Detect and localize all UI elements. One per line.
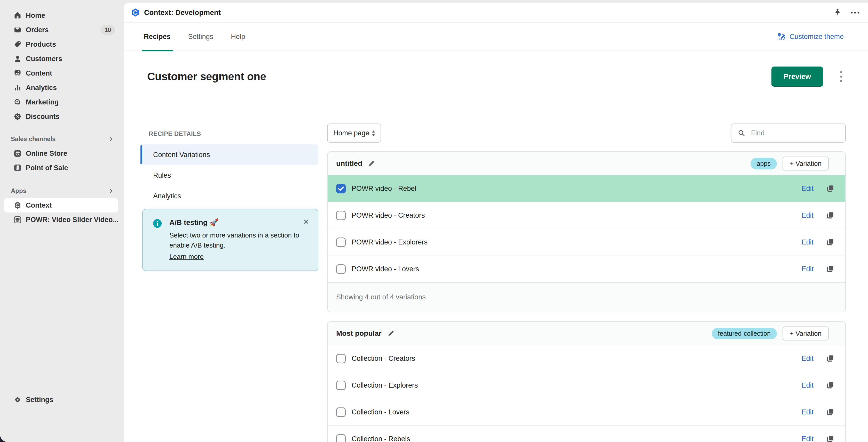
sidebar-item-label: Discounts <box>26 113 60 121</box>
learn-more-link[interactable]: Learn more <box>169 253 204 261</box>
tab-settings[interactable]: Settings <box>186 23 216 51</box>
chevron-right-icon <box>108 136 114 142</box>
sidebar-item-label: Settings <box>26 396 54 404</box>
kebab-menu-icon[interactable] <box>839 70 843 83</box>
variation-row[interactable]: Collection - Lovers Edit <box>328 399 845 426</box>
sidebar-item-discounts[interactable]: Discounts <box>0 109 124 124</box>
section-footer: Showing 4 out of 4 variations <box>328 283 845 312</box>
checkbox[interactable] <box>336 407 346 417</box>
page-select-value: Home page <box>333 129 369 137</box>
duplicate-icon[interactable] <box>826 211 835 220</box>
info-icon <box>152 218 163 229</box>
edit-link[interactable]: Edit <box>801 184 813 193</box>
checkbox[interactable] <box>336 354 346 363</box>
app-title: Context: Development <box>144 8 221 17</box>
edit-link[interactable]: Edit <box>801 408 813 416</box>
app-topbar: Context: Development <box>124 3 868 23</box>
sidebar-item-content[interactable]: Content <box>0 66 124 80</box>
admin-shell: Home Orders 10 Products Customers Conten… <box>0 0 868 442</box>
variation-row[interactable]: Collection - Explorers Edit <box>328 372 845 399</box>
sidebar-item-context-app[interactable]: Context <box>4 198 118 212</box>
edit-link[interactable]: Edit <box>801 265 813 273</box>
sidebar-item-orders[interactable]: Orders 10 <box>0 23 124 37</box>
more-actions-icon[interactable] <box>850 11 860 14</box>
customize-theme-link[interactable]: Customize theme <box>777 32 844 41</box>
checkbox[interactable] <box>336 264 346 274</box>
duplicate-icon[interactable] <box>826 407 835 417</box>
find-field <box>731 124 846 143</box>
edit-link[interactable]: Edit <box>801 238 813 246</box>
context-app-icon <box>13 201 22 209</box>
nav-item-analytics[interactable]: Analytics <box>142 186 318 206</box>
sales-channels-header[interactable]: Sales channels <box>0 132 124 146</box>
edit-link[interactable]: Edit <box>801 211 813 219</box>
section-tag-badge: featured-collection <box>712 328 777 339</box>
duplicate-icon[interactable] <box>826 381 835 390</box>
apps-header[interactable]: Apps <box>0 183 124 198</box>
discounts-icon <box>13 112 22 121</box>
sidebar-item-settings[interactable]: Settings <box>0 393 124 407</box>
page-select[interactable]: Home page <box>327 124 381 143</box>
edit-link[interactable]: Edit <box>801 354 813 363</box>
add-variation-button[interactable]: + Variation <box>782 157 829 170</box>
ab-testing-banner: A/B testing 🚀 Select two or more variati… <box>142 209 318 271</box>
section-title: untitled <box>336 159 362 168</box>
home-icon <box>13 11 22 20</box>
section-header: Most popular featured-collection + Varia… <box>328 322 845 345</box>
sidebar-item-customers[interactable]: Customers <box>0 52 124 66</box>
orders-count-badge: 10 <box>100 25 115 35</box>
checkbox-checked[interactable] <box>336 184 346 194</box>
duplicate-icon[interactable] <box>826 354 835 363</box>
variation-row[interactable]: POWR video - Lovers Edit <box>328 256 845 283</box>
find-input[interactable] <box>750 129 840 137</box>
add-variation-button[interactable]: + Variation <box>782 327 829 340</box>
sidebar-item-point-of-sale[interactable]: Point of Sale <box>0 161 124 175</box>
updown-arrows-icon <box>371 130 376 137</box>
variations-toolbar: Home page <box>327 124 846 143</box>
variation-row[interactable]: POWR video - Explorers Edit <box>328 229 845 256</box>
gear-icon <box>13 396 22 404</box>
tab-recipes[interactable]: Recipes <box>142 23 173 51</box>
sidebar-item-home[interactable]: Home <box>0 8 124 23</box>
products-icon <box>13 40 22 48</box>
variations-panel: Home page untitled apps + Variation <box>327 124 846 442</box>
preview-button[interactable]: Preview <box>771 67 823 87</box>
duplicate-icon[interactable] <box>826 264 835 274</box>
tab-help[interactable]: Help <box>229 23 247 51</box>
sidebar-item-label: Context <box>26 201 52 209</box>
sidebar-item-label: Content <box>26 69 52 77</box>
app-tabbar: Recipes Settings Help Customize theme <box>124 23 868 51</box>
variation-row[interactable]: Collection - Creators Edit <box>328 345 845 372</box>
point-of-sale-icon <box>13 164 22 172</box>
section-header: untitled apps + Variation <box>328 152 845 175</box>
edit-link[interactable]: Edit <box>801 435 813 442</box>
variation-row[interactable]: Collection - Rebels Edit <box>328 426 845 442</box>
app-frame: Context: Development Recipes Settings He… <box>124 3 868 442</box>
sidebar-item-powr-app[interactable]: POWR: Video Slider Video... <box>0 212 124 227</box>
checkbox[interactable] <box>336 381 346 390</box>
checkbox[interactable] <box>336 238 346 247</box>
edit-pencil-icon[interactable] <box>367 160 375 168</box>
duplicate-icon[interactable] <box>826 238 835 247</box>
duplicate-icon[interactable] <box>826 184 835 194</box>
pin-icon[interactable] <box>834 8 841 17</box>
sidebar-item-analytics[interactable]: Analytics <box>0 80 124 95</box>
variation-row[interactable]: POWR video - Creators Edit <box>328 202 845 229</box>
edit-link[interactable]: Edit <box>801 381 813 389</box>
page-title: Customer segment one <box>147 70 266 83</box>
sidebar-item-marketing[interactable]: Marketing <box>0 95 124 109</box>
banner-title: A/B testing 🚀 <box>169 218 310 227</box>
checkbox[interactable] <box>336 434 346 442</box>
variation-row[interactable]: POWR video - Rebel Edit <box>328 175 845 202</box>
checkbox[interactable] <box>336 211 346 220</box>
close-icon[interactable] <box>303 218 310 225</box>
nav-item-content-variations[interactable]: Content Variations <box>142 144 318 165</box>
duplicate-icon[interactable] <box>826 434 835 442</box>
sidebar-item-products[interactable]: Products <box>0 37 124 52</box>
nav-item-rules[interactable]: Rules <box>142 165 318 186</box>
section-title: Most popular <box>336 329 381 338</box>
sidebar-item-online-store[interactable]: Online Store <box>0 146 124 161</box>
edit-pencil-icon[interactable] <box>387 330 395 338</box>
sidebar-item-label: Orders <box>26 26 49 34</box>
sidebar-item-label: Marketing <box>26 98 59 106</box>
